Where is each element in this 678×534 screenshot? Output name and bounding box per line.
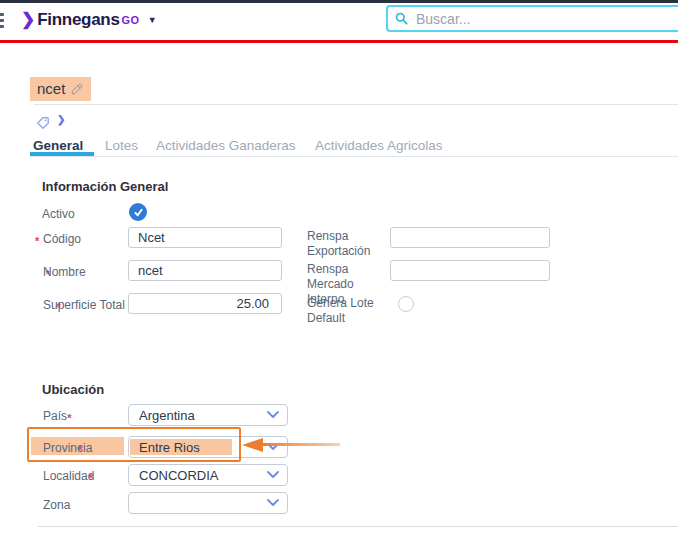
activo-label: Activo (42, 207, 75, 221)
superficie-total-input[interactable] (128, 293, 282, 314)
app-window: ❯ Finnegans GO ▼ ncet ❯ General Lotes Ac… (0, 0, 678, 534)
nombre-label: Nombre (43, 265, 86, 279)
window-top-edge (0, 0, 678, 3)
tag-icon[interactable] (36, 116, 50, 130)
tab-general[interactable]: General (33, 138, 83, 153)
provincia-label: Provincia (43, 441, 92, 455)
app-logo[interactable]: ❯ Finnegans GO ▼ (21, 9, 157, 30)
nombre-input[interactable] (128, 260, 282, 281)
search-input[interactable] (414, 10, 638, 28)
codigo-required-marker: * (35, 235, 39, 247)
record-title: ncet (30, 77, 91, 101)
brand-name: Finnegans (37, 10, 119, 30)
tab-lotes[interactable]: Lotes (105, 138, 138, 153)
section-heading-ubicacion: Ubicación (42, 382, 104, 397)
logo-chevron-icon: ❯ (21, 9, 35, 30)
chevron-down-icon (267, 471, 279, 479)
section-heading-informacion-general: Información General (42, 179, 168, 194)
pais-label: País (43, 409, 67, 423)
codigo-label: Código (43, 232, 81, 246)
title-divider (34, 104, 678, 105)
bottom-divider (38, 526, 678, 527)
tab-actividades-agricolas[interactable]: Actividades Agricolas (315, 138, 443, 153)
breadcrumb-chevron-icon: ❯ (57, 114, 65, 125)
renspa-exportacion-label: Renspa Exportación (307, 229, 391, 259)
provincia-select[interactable]: Entre Rios (128, 436, 288, 458)
zona-label: Zona (43, 498, 70, 512)
logo-dropdown-caret-icon[interactable]: ▼ (148, 15, 157, 25)
annotation-arrow-line (260, 443, 340, 446)
localidad-select[interactable]: CONCORDIA (128, 464, 288, 486)
zona-select[interactable] (128, 492, 288, 514)
activo-checkbox[interactable] (129, 203, 147, 221)
localidad-label: Localidad (43, 469, 94, 483)
pais-required-marker: * (67, 412, 71, 424)
edit-pencil-icon[interactable] (70, 82, 84, 96)
record-title-text: ncet (37, 80, 65, 97)
genera-lote-default-toggle[interactable] (398, 296, 414, 312)
superficie-total-label: Superficie Total (43, 298, 125, 312)
codigo-input[interactable] (128, 227, 282, 248)
check-icon (133, 207, 144, 218)
brand-suffix: GO (122, 14, 140, 26)
tabs-divider (30, 156, 678, 157)
tab-actividades-ganaderas[interactable]: Actividades Ganaderas (156, 138, 296, 153)
pais-select[interactable]: Argentina (128, 404, 288, 426)
chevron-down-icon (267, 411, 279, 419)
renspa-exportacion-input[interactable] (390, 227, 550, 248)
header-accent-line (0, 40, 678, 43)
genera-lote-default-label: Genera Lote Default (307, 296, 391, 326)
chevron-down-icon (267, 499, 279, 507)
global-search-box[interactable] (386, 5, 678, 32)
search-icon (395, 12, 408, 25)
renspa-mercado-interno-input[interactable] (390, 260, 550, 281)
hamburger-menu-icon[interactable] (0, 13, 4, 31)
